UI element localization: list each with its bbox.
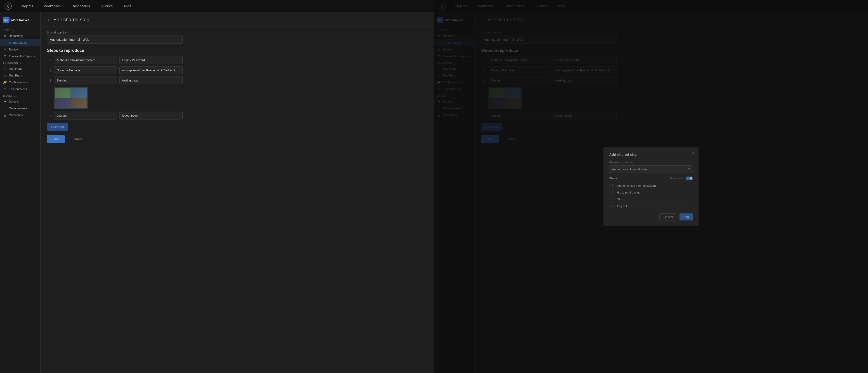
img-cell [71,88,87,98]
step-action-input[interactable] [54,56,117,64]
repository-icon: ≡ [3,34,7,37]
modal-overlay: Add shared step ✕ Choose shared step Aut… [434,12,868,373]
sidebar-item-review[interactable]: ⊓ Review [0,46,40,53]
body-area: MR Mars Rocket TESTS ▲ ≡ Repository ← Sh… [0,12,434,373]
required-marker: * [68,31,69,34]
test-runs-icon: ▷ [3,74,7,77]
back-button[interactable]: ← Edit shared step [47,17,428,23]
form-actions: Save Cancel [47,135,428,143]
workspace-switcher[interactable]: MR Mars Rocket [0,15,40,27]
sidebar-item-requirements[interactable]: ≡ Requirements [0,105,40,112]
modal-step-text: Log out [617,204,627,208]
configurations-icon: 🔑 [3,80,7,84]
shared-step-title-input[interactable] [47,35,183,44]
right-panel: Q Projects Workspace Dashboards Queries … [434,0,868,373]
sidebar-item-repository[interactable]: ≡ Repository [0,32,40,39]
save-button[interactable]: Save [47,135,65,143]
nav-workspace[interactable]: Workspace [42,3,63,9]
step-number: 2 [47,68,52,72]
modal-cancel-button[interactable]: Cancel [659,213,677,221]
step-action-input[interactable] [54,66,117,74]
modal-step-text: Go to profile page [617,191,640,194]
steps-section-title: Steps to reproduce [47,48,428,53]
back-arrow-icon: ← [47,17,52,22]
step-expected-input[interactable] [119,66,183,74]
page-title: Edit shared step [53,17,89,23]
modal-step-num: 3 [612,198,615,201]
add-shared-step-modal: Add shared step ✕ Choose shared step Aut… [603,147,699,226]
requirements-icon: ≡ [3,106,7,110]
add-step-button[interactable]: + Add step [47,123,68,131]
step-expected-input[interactable] [119,77,183,84]
steps-table: 1 2 3 [47,56,183,119]
img-cell [55,88,70,98]
step-row: 3 [47,77,183,84]
sidebar-item-shared-steps[interactable]: ← Shared Steps [0,39,40,46]
shown-as-list-toggle[interactable] [686,176,693,180]
defects-icon: ≡ [3,99,7,103]
sidebar: MR Mars Rocket TESTS ▲ ≡ Repository ← Sh… [0,12,41,373]
review-icon: ⊓ [3,48,7,51]
tests-section-header: TESTS ▲ [0,27,40,32]
step-chevron-icon: › [609,191,610,194]
modal-step-num: 1 [612,184,615,187]
step-number: 4 [47,114,52,117]
modal-shared-step-select[interactable]: Authorization Internal - Web [609,166,693,173]
test-plans-icon: ≡ [3,67,7,70]
step-image-attachment [54,87,88,109]
main-content: ← Edit shared step Shared step title * S… [41,12,434,373]
step-action-input[interactable] [54,112,117,119]
sidebar-item-test-runs[interactable]: ▷ Test Runs [0,72,40,79]
sidebar-item-test-plans[interactable]: ≡ Test Plans [0,65,40,72]
traceability-icon: ⊡ [3,54,7,58]
step-row: 2 [47,66,183,74]
title-field-label: Shared step title * [47,31,428,34]
sidebar-item-environments[interactable]: ⊞ Environments [0,86,40,92]
step-row: 1 [47,56,183,64]
modal-step-num: 2 [612,191,615,194]
modal-step-row: › 4 Log out [609,203,693,209]
sidebar-item-traceability-reports[interactable]: ⊡ Traceability Reports [0,53,40,60]
modal-choose-label: Choose shared step [609,161,693,164]
milestones-icon: △ [3,113,7,117]
step-number: 1 [47,58,52,62]
modal-step-row: › 3 Sign in [609,196,693,203]
step-action-input[interactable] [54,77,117,84]
nav-projects[interactable]: Projects [19,3,35,9]
logo-icon: Q [4,2,12,10]
nav-apps[interactable]: Apps [122,3,133,9]
modal-step-text: Authorize into internal system [617,184,656,188]
sidebar-item-milestones[interactable]: △ Milestones [0,112,40,118]
step-chevron-icon: › [609,205,610,207]
step-expected-input[interactable] [119,56,183,64]
execution-section-header: EXECUTION ▲ [0,60,40,65]
step-number: 3 [47,79,52,82]
execution-chevron: ▲ [20,62,22,64]
shared-steps-icon: ← [3,41,7,45]
issues-chevron: ▲ [14,95,16,97]
nav-queries[interactable]: Queries [99,3,115,9]
step-chevron-icon: › [609,184,610,187]
nav-dashboards[interactable]: Dashboards [70,3,92,9]
step-row: 4 [47,112,183,119]
cancel-button[interactable]: Cancel [67,135,87,143]
modal-step-row: › 2 Go to profile page [609,189,693,196]
body-area-right: MR Mars Rocket TESTS ▲ ≡ Repository ← Sh… [434,12,868,373]
modal-add-button[interactable]: Add [680,213,693,221]
left-panel: Q Projects Workspace Dashboards Queries … [0,0,434,373]
modal-step-row: › 1 Authorize into internal system [609,182,693,189]
page-header: ← Edit shared step [41,12,434,27]
img-cell [71,98,87,108]
step-expected-input[interactable] [119,112,183,119]
modal-title: Add shared step [609,153,693,157]
sidebar-item-configurations[interactable]: 🔑 Configurations [0,79,40,86]
toggle-label: Shown as list [670,176,693,180]
top-nav: Q Projects Workspace Dashboards Queries … [0,0,434,12]
environments-icon: ⊞ [3,87,7,91]
modal-actions: Cancel Add [609,213,693,221]
modal-close-button[interactable]: ✕ [691,151,694,156]
tests-chevron: ▲ [13,29,15,31]
workspace-avatar: MR [3,17,9,23]
img-cell [55,98,70,108]
sidebar-item-defects[interactable]: ≡ Defects [0,98,40,105]
